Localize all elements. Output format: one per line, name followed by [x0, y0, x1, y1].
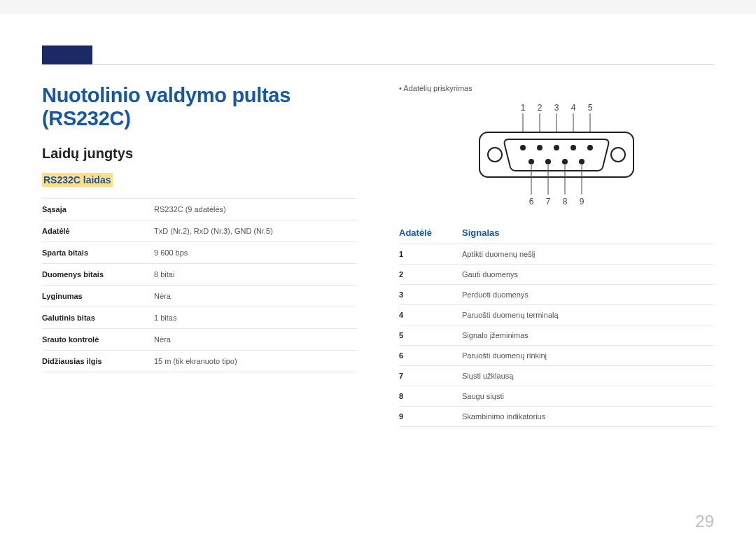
svg-point-14 [545, 159, 551, 164]
spec-key: Duomenys bitais [42, 264, 154, 286]
columns: Nuotolinio valdymo pultas (RS232C) Laidų… [42, 84, 714, 427]
left-column: Nuotolinio valdymo pultas (RS232C) Laidų… [42, 84, 357, 427]
svg-point-16 [579, 159, 584, 164]
svg-point-11 [570, 145, 576, 150]
pin-signal: Saugu siųsti [462, 386, 714, 407]
svg-point-7 [611, 148, 625, 162]
table-row: Galutinis bitas1 bitas [42, 307, 357, 329]
svg-point-12 [587, 145, 593, 150]
pin-label: 9 [580, 197, 584, 206]
spec-key: Srauto kontrolė [42, 329, 154, 351]
pin-label: 5 [588, 103, 593, 113]
pin-num: 8 [399, 386, 462, 407]
table-row: SąsajaRS232C (9 adatėlės) [42, 199, 357, 220]
page-title: Nuotolinio valdymo pultas (RS232C) [42, 84, 357, 130]
table-row: 1Aptikti duomenų nešlį [399, 244, 714, 265]
table-row: AdatėlėTxD (Nr.2), RxD (Nr.3), GND (Nr.5… [42, 220, 357, 242]
spec-key: Didžiausias ilgis [42, 351, 154, 372]
signal-header: Signalas [462, 222, 714, 244]
svg-point-15 [562, 159, 568, 164]
table-row: 4Paruošti duomenų terminalą [399, 305, 714, 325]
spec-key: Sąsaja [42, 199, 154, 220]
table-row: 5Signalo įžeminimas [399, 325, 714, 346]
pin-signal: Paruošti duomenų rinkinį [462, 346, 714, 366]
page-number: 29 [695, 512, 714, 531]
pin-num: 5 [399, 325, 462, 346]
spec-val: 8 bitai [154, 264, 357, 286]
table-row: 7Siųsti užklausą [399, 366, 714, 386]
pin-signal: Gauti duomenys [462, 265, 714, 285]
table-row: 2Gauti duomenys [399, 265, 714, 285]
right-column: Adatėlių priskyrimas 1 2 3 4 5 [399, 84, 714, 427]
pin-label: 7 [546, 197, 551, 206]
pin-header: Adatėlė [399, 222, 462, 244]
spec-key: Adatėlė [42, 220, 154, 242]
spec-val: Nėra [154, 329, 357, 351]
svg-point-9 [537, 145, 542, 150]
table-row: 9Skambinimo indikatorius [399, 407, 714, 427]
spec-val: 15 m (tik ekranuoto tipo) [154, 351, 357, 372]
connector-diagram: 1 2 3 4 5 [399, 101, 714, 209]
spec-table: SąsajaRS232C (9 adatėlės) AdatėlėTxD (Nr… [42, 198, 357, 372]
spec-key: Lyginumas [42, 286, 154, 307]
table-row: 6Paruošti duomenų rinkinį [399, 346, 714, 366]
spec-key: Sparta bitais [42, 242, 154, 264]
spec-val: 1 bitas [154, 307, 357, 329]
pin-signal: Siųsti užklausą [462, 366, 714, 386]
bullet-text: Adatėlių priskyrimas [399, 84, 714, 92]
accent-bar [42, 45, 92, 65]
pin-label: 1 [521, 103, 526, 113]
pin-num: 4 [399, 305, 462, 325]
pin-num: 2 [399, 265, 462, 285]
pin-signal: Skambinimo indikatorius [462, 407, 714, 427]
pin-num: 9 [399, 407, 462, 427]
pin-label: 4 [571, 103, 576, 113]
pin-signal: Perduoti duomenys [462, 285, 714, 305]
pin-table: Adatėlė Signalas 1Aptikti duomenų nešlį … [399, 222, 714, 427]
svg-point-10 [554, 145, 559, 150]
db9-connector-icon: 1 2 3 4 5 [465, 101, 648, 209]
pin-signal: Signalo įžeminimas [462, 325, 714, 346]
svg-point-6 [488, 148, 502, 162]
svg-point-13 [528, 159, 534, 164]
spec-val: Nėra [154, 286, 357, 307]
spec-key: Galutinis bitas [42, 307, 154, 329]
svg-point-8 [520, 145, 526, 150]
table-row: 3Perduoti duomenys [399, 285, 714, 305]
pin-num: 6 [399, 346, 462, 366]
table-row: Sparta bitais9 600 bps [42, 242, 357, 264]
pin-label: 2 [538, 103, 542, 113]
table-header-row: Adatėlė Signalas [399, 222, 714, 244]
spec-val: 9 600 bps [154, 242, 357, 264]
top-rule [42, 64, 714, 65]
table-row: 8Saugu siųsti [399, 386, 714, 407]
page: Nuotolinio valdymo pultas (RS232C) Laidų… [0, 14, 756, 534]
pin-num: 7 [399, 366, 462, 386]
pin-label: 6 [529, 197, 534, 206]
table-row: LyginumasNėra [42, 286, 357, 307]
pin-num: 3 [399, 285, 462, 305]
table-row: Duomenys bitais8 bitai [42, 264, 357, 286]
pin-label: 3 [554, 103, 559, 113]
pin-label: 8 [563, 197, 568, 206]
pin-signal: Paruošti duomenų terminalą [462, 305, 714, 325]
table-row: Srauto kontrolėNėra [42, 329, 357, 351]
sub-heading: RS232C laidas [42, 173, 113, 187]
pin-signal: Aptikti duomenų nešlį [462, 244, 714, 265]
spec-val: RS232C (9 adatėlės) [154, 199, 357, 220]
section-title: Laidų jungtys [42, 146, 357, 162]
pin-num: 1 [399, 244, 462, 265]
spec-val: TxD (Nr.2), RxD (Nr.3), GND (Nr.5) [154, 220, 357, 242]
table-row: Didžiausias ilgis15 m (tik ekranuoto tip… [42, 351, 357, 372]
